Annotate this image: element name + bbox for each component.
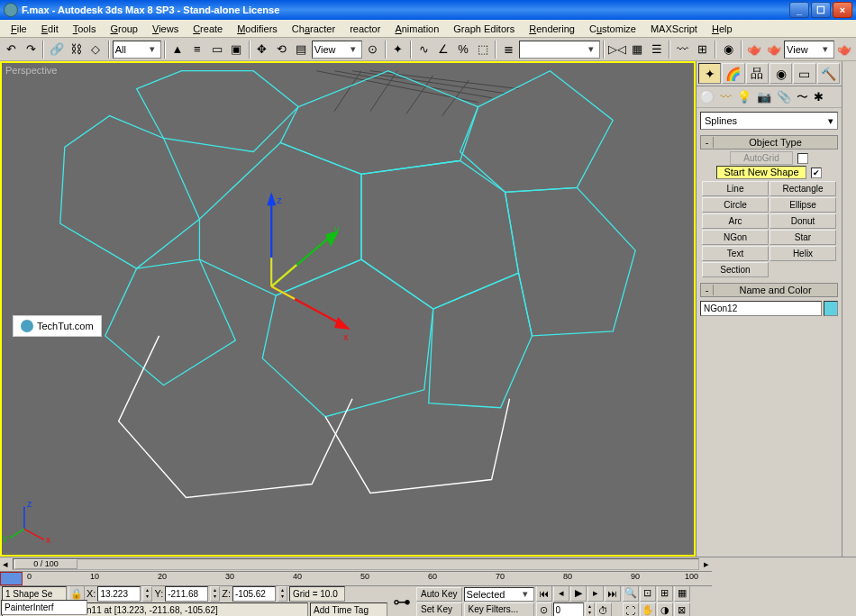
auto-key-button[interactable]: Auto Key	[416, 587, 462, 602]
angle-snap-button[interactable]: ∠	[434, 40, 453, 59]
render-scene-button[interactable]: 🫖	[745, 40, 764, 59]
section-button[interactable]: Section	[702, 262, 769, 277]
rollout-name-color[interactable]: -Name and Color	[700, 283, 838, 297]
menu-views[interactable]: Views	[145, 22, 186, 36]
named-sel-button[interactable]: ≣	[499, 40, 518, 59]
window-crossing-button[interactable]: ▣	[227, 40, 246, 59]
time-config-button[interactable]: ⏱	[596, 602, 612, 617]
z-input[interactable]	[232, 586, 276, 602]
viewport-perspective[interactable]: Perspective	[0, 61, 696, 557]
menu-character[interactable]: Character	[285, 22, 342, 36]
minimize-button[interactable]: _	[789, 2, 809, 18]
curve-editor-button[interactable]: 〰	[673, 40, 692, 59]
zoom-extents-button[interactable]: ⊡	[640, 585, 656, 602]
helpers-icon[interactable]: 📎	[777, 90, 791, 104]
menu-graph-editors[interactable]: Graph Editors	[446, 22, 522, 36]
select-button[interactable]: ▲	[168, 40, 187, 59]
line-button[interactable]: Line	[702, 181, 769, 196]
goto-end-button[interactable]: ⏭	[605, 585, 621, 602]
time-slider-track[interactable]: 0 / 100	[13, 558, 699, 570]
move-button[interactable]: ✥	[253, 40, 272, 59]
object-name-input[interactable]	[700, 301, 822, 316]
layers-button[interactable]: ☰	[648, 40, 667, 59]
ellipse-button[interactable]: Ellipse	[769, 197, 836, 213]
tab-hierarchy[interactable]: 品	[746, 63, 769, 84]
menu-create[interactable]: Create	[186, 22, 230, 36]
restore-button[interactable]: ☐	[811, 2, 831, 18]
menu-edit[interactable]: Edit	[34, 22, 66, 36]
next-frame-button[interactable]: ▸	[587, 585, 604, 602]
manipulate-button[interactable]: ✦	[389, 40, 408, 59]
systems-icon[interactable]: ✱	[814, 90, 824, 104]
time-ruler[interactable]: 0 10 20 30 40 50 60 70 80 90 100	[0, 571, 712, 586]
percent-snap-button[interactable]: %	[454, 40, 473, 59]
cameras-icon[interactable]: 📷	[757, 90, 771, 104]
close-button[interactable]: ×	[833, 2, 852, 18]
menu-modifiers[interactable]: Modifiers	[230, 22, 285, 36]
spinner-snap-button[interactable]: ⬚	[473, 40, 492, 59]
play-button[interactable]: ▶	[570, 585, 587, 602]
frame-spinner[interactable]: ▴▾	[585, 602, 595, 617]
align-button[interactable]: ▦	[628, 40, 647, 59]
selection-filter-combo[interactable]: All▾	[113, 41, 161, 59]
text-button[interactable]: Text	[702, 246, 769, 261]
add-time-tag[interactable]: Add Time Tag	[310, 602, 387, 616]
helix-button[interactable]: Helix	[769, 246, 836, 261]
viewport-scrollbar[interactable]	[842, 61, 856, 557]
autogrid-checkbox[interactable]	[797, 153, 808, 164]
quick-render-button[interactable]: 🫖	[764, 40, 783, 59]
ngon-button[interactable]: NGon	[702, 230, 769, 245]
fov-button[interactable]: ▦	[674, 585, 690, 602]
pan-button[interactable]: ✋	[640, 602, 656, 617]
region-zoom-button[interactable]: ⛶	[623, 602, 639, 617]
rectangle-button[interactable]: Rectangle	[769, 181, 836, 196]
geometry-icon[interactable]: ⚪	[700, 90, 715, 104]
prev-frame-button[interactable]: ◂	[553, 585, 569, 602]
time-ruler-indicator[interactable]	[0, 572, 23, 585]
key-mode-toggle[interactable]: ⊙	[536, 602, 552, 617]
key-filters-button[interactable]: Key Filters...	[464, 602, 534, 617]
start-new-shape-button[interactable]: Start New Shape	[716, 166, 806, 179]
key-mode-combo[interactable]: Selected▾	[464, 587, 534, 602]
scale-button[interactable]: ▤	[292, 40, 311, 59]
current-frame-input[interactable]	[553, 602, 584, 617]
tab-display[interactable]: ▭	[793, 63, 815, 84]
pan-view-button[interactable]: 🔍	[623, 585, 639, 602]
lights-icon[interactable]: 💡	[737, 90, 751, 104]
category-combo[interactable]: Splines▾	[700, 112, 838, 130]
render-button[interactable]: 🫖	[835, 40, 854, 59]
x-input[interactable]	[97, 586, 141, 602]
unlink-button[interactable]: ⛓	[67, 40, 86, 59]
menu-rendering[interactable]: Rendering	[522, 22, 582, 36]
y-spinner[interactable]: ▴▾	[210, 586, 220, 602]
goto-start-button[interactable]: ⏮	[536, 585, 552, 602]
snap-button[interactable]: ∿	[414, 40, 433, 59]
mirror-button[interactable]: ▷◁	[607, 40, 627, 59]
z-spinner[interactable]: ▴▾	[278, 586, 287, 602]
rollout-object-type[interactable]: -Object Type	[700, 135, 838, 149]
menu-reactor[interactable]: reactor	[342, 22, 387, 36]
menu-tools[interactable]: Tools	[66, 22, 104, 36]
center-button[interactable]: ⊙	[363, 40, 382, 59]
menu-animation[interactable]: Animation	[387, 22, 446, 36]
x-spinner[interactable]: ▴▾	[142, 586, 152, 602]
rotate-button[interactable]: ⟲	[272, 40, 291, 59]
time-slider-left[interactable]: ◂	[0, 558, 11, 570]
bind-button[interactable]: ◇	[87, 40, 105, 59]
menu-help[interactable]: Help	[705, 22, 740, 36]
set-key-button[interactable]: Set Key	[416, 602, 462, 617]
menu-group[interactable]: Group	[103, 22, 145, 36]
link-button[interactable]: 🔗	[47, 40, 66, 59]
spacewarps-icon[interactable]: 〜	[797, 89, 808, 105]
arc-rotate-button[interactable]: ◑	[657, 602, 673, 617]
ref-coord-combo[interactable]: View▾	[312, 41, 362, 59]
menu-maxscript[interactable]: MAXScript	[643, 22, 705, 36]
menu-customize[interactable]: Customize	[582, 22, 643, 36]
donut-button[interactable]: Donut	[769, 213, 836, 229]
maximize-viewport-button[interactable]: ⊠	[674, 602, 690, 617]
tab-modify[interactable]: 🌈	[722, 63, 744, 84]
tab-motion[interactable]: ◉	[769, 63, 792, 84]
zoom-button[interactable]: ⊞	[657, 585, 673, 602]
shapes-icon[interactable]: 〰	[720, 90, 732, 104]
maxscript-listener[interactable]: PainterInterf	[1, 600, 87, 615]
